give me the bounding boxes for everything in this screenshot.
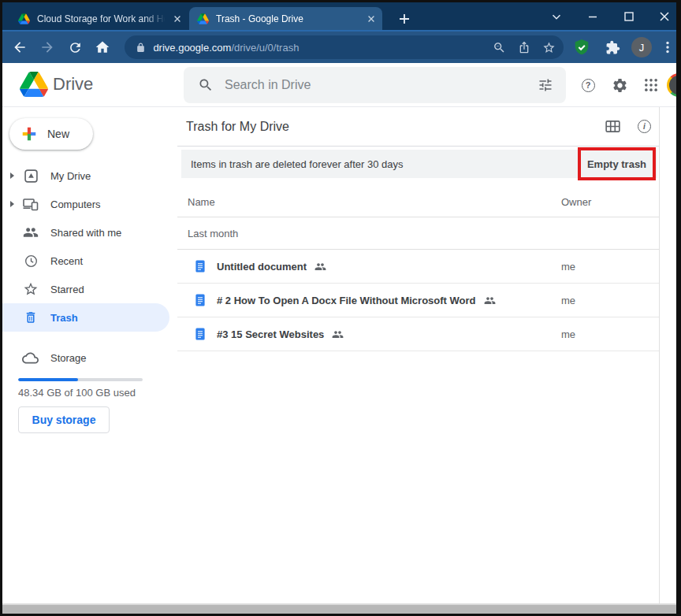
- table-section-label: Last month: [177, 217, 659, 250]
- browser-tab-inactive[interactable]: Cloud Storage for Work and Hom: [10, 7, 188, 30]
- clock-icon: [23, 253, 39, 269]
- docs-file-icon: [194, 328, 207, 340]
- trash-banner: Items in trash are deleted forever after…: [181, 150, 657, 178]
- table-row[interactable]: #3 15 Secret Websites me: [177, 317, 659, 351]
- search-input[interactable]: Search in Drive: [184, 67, 566, 103]
- plus-icon: [20, 125, 38, 143]
- drive-app-header: Drive Search in Drive ?: [2, 63, 676, 107]
- browser-window: Cloud Storage for Work and Hom Trash - G…: [2, 2, 676, 614]
- storage-used-text: 48.34 GB of 100 GB used: [18, 387, 136, 399]
- sidebar-item-starred[interactable]: Starred: [2, 275, 169, 303]
- browser-tab-active[interactable]: Trash - Google Drive: [189, 7, 382, 30]
- empty-trash-highlight: Empty trash: [578, 147, 656, 180]
- computers-icon: [23, 196, 39, 212]
- close-icon[interactable]: [656, 8, 673, 25]
- info-icon[interactable]: i: [638, 120, 651, 133]
- sidebar: New My Drive Computers: [2, 107, 177, 603]
- sidebar-item-storage[interactable]: Storage: [2, 343, 169, 372]
- lock-icon[interactable]: [136, 43, 146, 53]
- tune-icon[interactable]: [538, 77, 553, 93]
- table-row[interactable]: # 2 How To Open A Docx File Without Micr…: [177, 284, 659, 317]
- tab-title: Trash - Google Drive: [216, 13, 362, 24]
- file-owner: me: [561, 328, 575, 340]
- gear-icon[interactable]: [604, 69, 635, 101]
- table-row[interactable]: Untitled document me: [177, 250, 659, 284]
- drive-favicon-icon: [197, 13, 209, 24]
- file-owner: me: [561, 261, 575, 273]
- expand-arrow-icon[interactable]: [10, 173, 14, 179]
- file-table: Name Owner Last month Untitled document: [177, 189, 659, 351]
- drive-logo-icon[interactable]: [20, 72, 48, 100]
- star-icon: [23, 281, 39, 297]
- file-owner: me: [561, 295, 575, 306]
- storage-progress-fill: [18, 378, 78, 381]
- shield-check-icon[interactable]: [570, 35, 594, 59]
- table-header: Name Owner: [177, 189, 659, 217]
- back-icon[interactable]: [9, 35, 32, 59]
- share-icon[interactable]: [518, 41, 530, 54]
- titlebar: Cloud Storage for Work and Hom Trash - G…: [2, 2, 676, 30]
- url-text: drive.google.com/drive/u/0/trash: [153, 42, 493, 54]
- kebab-menu-icon[interactable]: [659, 35, 676, 59]
- docs-file-icon: [194, 294, 207, 306]
- file-name: Untitled document: [217, 261, 307, 273]
- grid-view-icon[interactable]: [605, 119, 620, 134]
- browser-toolbar: drive.google.com/drive/u/0/trash: [2, 30, 676, 63]
- maximize-icon[interactable]: [620, 8, 638, 25]
- page-title[interactable]: Trash for My Drive: [186, 120, 289, 134]
- buy-storage-button[interactable]: Buy storage: [18, 406, 110, 433]
- sidebar-item-computers[interactable]: Computers: [2, 190, 169, 218]
- tab-close-icon[interactable]: [367, 14, 376, 24]
- content-header: Trash for My Drive i: [177, 107, 659, 147]
- column-header-name[interactable]: Name: [188, 196, 215, 208]
- browser-profile-avatar[interactable]: J: [631, 37, 652, 58]
- drive-favicon-icon: [18, 13, 30, 24]
- docs-file-icon: [194, 260, 207, 273]
- drive-logo-text: Drive: [53, 74, 93, 95]
- trash-banner-text: Items in trash are deleted forever after…: [191, 158, 404, 170]
- url-path: /drive/u/0/trash: [231, 42, 299, 54]
- file-name: #3 15 Secret Websites: [217, 328, 324, 340]
- chevron-down-icon[interactable]: [548, 8, 565, 25]
- minimize-icon[interactable]: [584, 8, 601, 25]
- sidebar-item-recent[interactable]: Recent: [2, 247, 169, 275]
- zoom-out-icon[interactable]: [493, 41, 506, 54]
- sidebar-item-trash[interactable]: Trash: [2, 303, 169, 332]
- sidebar-item-shared-with-me[interactable]: Shared with me: [2, 218, 169, 247]
- account-avatar[interactable]: [667, 73, 676, 97]
- column-header-owner[interactable]: Owner: [561, 196, 591, 208]
- home-icon[interactable]: [91, 35, 114, 59]
- shared-people-icon: [484, 295, 496, 306]
- address-bar[interactable]: drive.google.com/drive/u/0/trash: [125, 35, 564, 59]
- drive-app-body: New My Drive Computers: [2, 107, 676, 603]
- empty-trash-button[interactable]: Empty trash: [587, 158, 646, 170]
- sidebar-item-my-drive[interactable]: My Drive: [2, 161, 169, 190]
- storage-progress-bar: [18, 378, 143, 381]
- main-content: Trash for My Drive i Items in trash are …: [177, 107, 660, 603]
- my-drive-icon: [23, 168, 39, 184]
- url-host: drive.google.com: [153, 42, 231, 54]
- people-icon: [23, 225, 39, 240]
- tab-title: Cloud Storage for Work and Hom: [37, 13, 168, 24]
- bookmark-star-icon[interactable]: [542, 41, 556, 54]
- search-icon[interactable]: [198, 77, 214, 93]
- puzzle-icon[interactable]: [601, 35, 624, 59]
- tab-close-icon[interactable]: [173, 14, 182, 24]
- forward-icon[interactable]: [36, 35, 59, 59]
- screenshot-root: Cloud Storage for Work and Hom Trash - G…: [0, 0, 681, 616]
- help-icon[interactable]: ?: [572, 69, 604, 101]
- apps-grid-icon[interactable]: [635, 69, 667, 101]
- expand-arrow-icon[interactable]: [10, 201, 14, 207]
- taskbar-strip: [2, 603, 676, 614]
- reload-icon[interactable]: [64, 35, 87, 59]
- trash-icon: [23, 310, 39, 325]
- search-placeholder: Search in Drive: [225, 78, 538, 92]
- shared-people-icon: [332, 328, 344, 340]
- file-name: # 2 How To Open A Docx File Without Micr…: [217, 295, 476, 306]
- shared-people-icon: [314, 261, 326, 273]
- cloud-icon: [21, 349, 39, 366]
- new-tab-plus-icon[interactable]: [395, 9, 414, 28]
- new-button-label: New: [47, 128, 69, 140]
- new-button[interactable]: New: [9, 118, 93, 150]
